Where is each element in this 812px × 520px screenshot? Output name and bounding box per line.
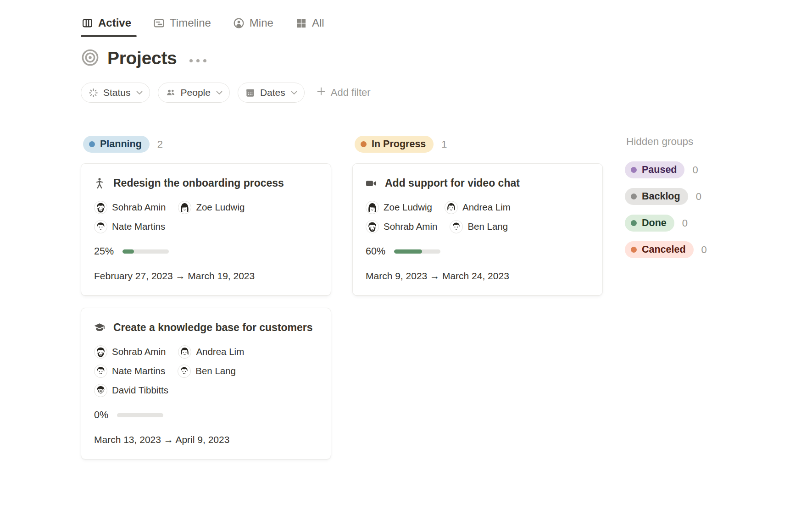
group-count: 0: [701, 244, 707, 256]
card-title[interactable]: Redesign the onboarding process: [113, 175, 284, 192]
avatar: [178, 365, 191, 378]
status-dot: [631, 167, 637, 173]
tab-timeline[interactable]: Timeline: [152, 12, 223, 37]
people-property: Sohrab Amin Andrea Lim Nate Martins: [94, 345, 319, 397]
person-chip: Nate Martins: [94, 365, 165, 378]
tab-label: Timeline: [170, 17, 211, 29]
status-dot: [631, 220, 637, 226]
hidden-group-row: Done 0: [625, 215, 740, 232]
person-name: Ben Lang: [467, 221, 508, 232]
progress-label: 25%: [94, 246, 114, 257]
filter-status[interactable]: Status: [81, 83, 150, 103]
video-camera-icon: [365, 177, 378, 190]
progress-property: 25%: [94, 246, 319, 257]
chevron-down-icon: [291, 91, 297, 95]
tab-mine[interactable]: Mine: [232, 12, 285, 37]
avatar: [178, 345, 191, 359]
card-title[interactable]: Create a knowledge base for customers: [113, 319, 313, 336]
person-name: Andrea Lim: [462, 202, 511, 213]
column-header: In Progress 1: [352, 136, 603, 153]
tab-label: Active: [98, 17, 131, 29]
person-name: Sohrab Amin: [384, 221, 437, 232]
calendar-icon: [245, 88, 256, 98]
progress-label: 60%: [366, 246, 385, 257]
add-filter-label: Add filter: [331, 87, 371, 99]
plus-icon: [317, 87, 326, 99]
group-count: 0: [692, 164, 698, 176]
tab-active[interactable]: Active: [81, 12, 143, 37]
progress-property: 60%: [366, 246, 590, 257]
hidden-group-row: Paused 0: [625, 161, 740, 178]
target-icon[interactable]: [81, 48, 100, 69]
grid-icon: [295, 17, 307, 29]
person-name: Nate Martins: [112, 221, 165, 232]
project-card-knowledge-base[interactable]: Create a knowledge base for customers So…: [81, 308, 331, 459]
page-header: Projects: [81, 44, 812, 72]
person-name: Sohrab Amin: [112, 346, 166, 357]
avatar: [94, 201, 107, 214]
filter-dates[interactable]: Dates: [238, 83, 305, 103]
card-title[interactable]: Add support for video chat: [385, 175, 520, 192]
person-chip: Sohrab Amin: [94, 201, 166, 214]
group-label: Backlog: [642, 191, 680, 202]
progress-label: 0%: [94, 409, 108, 421]
more-options-icon[interactable]: [189, 59, 206, 62]
group-badge-done[interactable]: Done: [625, 215, 674, 232]
group-badge-planning[interactable]: Planning: [83, 136, 150, 153]
tab-label: Mine: [250, 17, 273, 29]
avatar: [450, 220, 463, 233]
person-chip: Ben Lang: [450, 220, 508, 233]
person-chip: Zoe Ludwig: [178, 201, 245, 214]
hidden-group-row: Canceled 0: [625, 241, 740, 258]
filter-bar: Status People Dates: [81, 83, 812, 103]
filter-people[interactable]: People: [158, 83, 230, 103]
tab-all[interactable]: All: [295, 12, 336, 37]
person-name: David Tibbitts: [112, 385, 168, 396]
group-count: 0: [696, 191, 701, 203]
person-chip: Sohrab Amin: [366, 220, 437, 233]
person-circle-icon: [233, 17, 245, 29]
date-range: March 13, 2023 → April 9, 2023: [94, 434, 319, 445]
group-badge-in-progress[interactable]: In Progress: [355, 136, 434, 153]
project-card-video-chat[interactable]: Add support for video chat Zoe Ludwig An…: [352, 163, 603, 296]
chevron-down-icon: [216, 91, 222, 95]
status-burst-icon: [88, 88, 99, 98]
filter-label: Status: [103, 87, 131, 98]
status-dot: [631, 247, 637, 253]
group-badge-canceled[interactable]: Canceled: [625, 241, 694, 258]
date-range: February 27, 2023 → March 19, 2023: [94, 271, 319, 282]
graduation-cap-icon: [93, 321, 106, 334]
status-dot: [89, 141, 95, 147]
group-badge-backlog[interactable]: Backlog: [625, 188, 688, 205]
avatar: [94, 345, 107, 359]
person-chip: Nate Martins: [94, 220, 165, 233]
status-dot: [631, 194, 637, 199]
progress-bar: [394, 249, 440, 254]
chevron-down-icon: [136, 91, 143, 95]
hidden-groups-title: Hidden groups: [625, 136, 740, 148]
person-name: Andrea Lim: [196, 346, 244, 357]
group-label: Planning: [100, 138, 142, 150]
people-property: Sohrab Amin Zoe Ludwig Nate Martins: [94, 201, 319, 233]
hidden-groups-section: Hidden groups Paused 0 Backlog 0 Done: [624, 136, 740, 268]
column-planning: Planning 2 Redesign the onboarding proce…: [81, 136, 331, 471]
group-count: 1: [441, 138, 447, 150]
group-badge-paused[interactable]: Paused: [625, 161, 684, 178]
people-icon: [165, 87, 176, 98]
card-title-row: Redesign the onboarding process: [93, 175, 319, 192]
group-label: Canceled: [642, 244, 686, 255]
tab-label: All: [312, 17, 324, 29]
card-title-row: Create a knowledge base for customers: [93, 319, 319, 336]
project-card-onboarding[interactable]: Redesign the onboarding process Sohrab A…: [81, 163, 331, 296]
page-title[interactable]: Projects: [107, 48, 177, 68]
column-header: Planning 2: [81, 136, 331, 153]
group-label: Done: [642, 217, 667, 229]
avatar: [94, 384, 107, 397]
progress-fill: [122, 249, 134, 254]
avatar: [94, 220, 107, 233]
person-name: Nate Martins: [112, 365, 165, 376]
avatar: [366, 201, 379, 214]
group-count: 0: [682, 217, 688, 229]
add-filter-button[interactable]: Add filter: [317, 87, 371, 99]
board-columns-icon: [82, 17, 93, 29]
